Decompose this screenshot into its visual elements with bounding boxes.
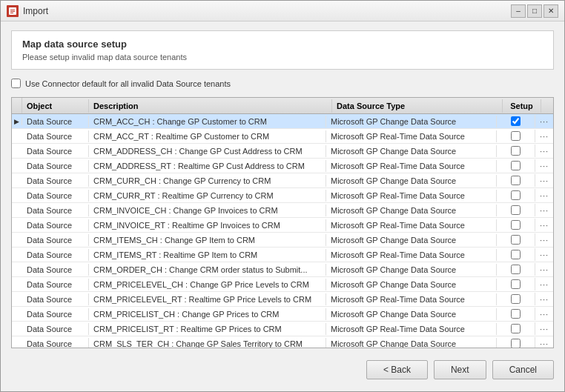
row-setup-checkbox-cell — [497, 248, 535, 261]
row-setup-checkbox[interactable] — [511, 161, 521, 170]
row-setup-checkbox[interactable] — [511, 235, 521, 245]
row-description: CRM_ADDRESS_RT : Realtime GP Cust Addres… — [89, 160, 326, 172]
table-row[interactable]: Data SourceCRM_ADDRESS_RT : Realtime GP … — [12, 159, 553, 173]
row-setup-checkbox[interactable] — [511, 294, 521, 304]
row-description: CRM_ACC_CH : Change GP Customer to CRM — [89, 116, 326, 127]
row-object: Data Source — [22, 205, 89, 216]
row-datasource-type: Microsoft GP Real-Time Data Source — [326, 323, 497, 335]
row-description: CRM_CURR_RT : Realtime GP Currency to CR… — [89, 190, 326, 202]
row-setup-checkbox[interactable] — [511, 176, 521, 185]
row-setup-checkbox[interactable] — [511, 250, 521, 259]
row-object: Data Source — [22, 338, 89, 348]
row-setup-checkbox[interactable] — [511, 339, 521, 348]
table-row[interactable]: Data SourceCRM_ITEMS_CH : Change GP Item… — [12, 233, 553, 248]
row-setup-checkbox[interactable] — [511, 324, 521, 333]
row-setup-checkbox[interactable] — [511, 279, 521, 289]
svg-rect-3 — [10, 13, 13, 13]
row-more-button[interactable]: ··· — [535, 249, 553, 261]
app-icon — [7, 5, 19, 17]
table-row[interactable]: Data SourceCRM_ITEMS_RT : Realtime GP It… — [12, 248, 553, 262]
row-setup-checkbox-cell — [497, 115, 535, 127]
row-more-button[interactable]: ··· — [535, 219, 553, 231]
row-setup-checkbox[interactable] — [511, 265, 521, 274]
row-setup-checkbox[interactable] — [511, 205, 521, 215]
row-object: Data Source — [22, 249, 89, 261]
row-more-button[interactable]: ··· — [535, 130, 553, 142]
import-window: Import – □ ✕ Map data source setup Pleas… — [0, 0, 565, 392]
row-description: CRM_PRICELEVEL_CH : Change GP Price Leve… — [89, 279, 326, 290]
row-more-button[interactable]: ··· — [535, 145, 553, 157]
row-setup-checkbox[interactable] — [511, 220, 521, 230]
row-datasource-type: Microsoft GP Change Data Source — [326, 264, 497, 276]
row-datasource-type: Microsoft GP Real-Time Data Source — [326, 160, 497, 172]
row-more-button[interactable]: ··· — [535, 190, 553, 202]
table-row[interactable]: Data SourceCRM_CURR_RT : Realtime GP Cur… — [12, 188, 553, 203]
table-row[interactable]: ▶Data SourceCRM_ACC_CH : Change GP Custo… — [12, 114, 553, 129]
row-more-button[interactable]: ··· — [535, 308, 553, 320]
row-description: CRM_PRICELIST_CH : Change GP Prices to C… — [89, 308, 326, 320]
row-datasource-type: Microsoft GP Real-Time Data Source — [326, 293, 497, 305]
title-bar: Import – □ ✕ — [1, 1, 564, 21]
col-setup-header: Setup — [503, 99, 541, 113]
row-object: Data Source — [22, 323, 89, 335]
table-row[interactable]: Data SourceCRM_PRICELIST_CH : Change GP … — [12, 307, 553, 322]
row-setup-checkbox-cell — [497, 278, 535, 290]
table-row[interactable]: Data SourceCRM_SLS_TER_CH : Change GP Sa… — [12, 336, 553, 348]
table-row[interactable]: Data SourceCRM_INVOICE_RT : Realtime GP … — [12, 218, 553, 233]
row-more-button[interactable]: ··· — [535, 175, 553, 187]
row-more-button[interactable]: ··· — [535, 116, 553, 127]
svg-rect-1 — [10, 10, 15, 10]
row-more-button[interactable]: ··· — [535, 323, 553, 335]
row-more-button[interactable]: ··· — [535, 234, 553, 246]
row-more-button[interactable]: ··· — [535, 264, 553, 276]
row-datasource-type: Microsoft GP Change Data Source — [326, 145, 497, 157]
maximize-button[interactable]: □ — [527, 4, 542, 18]
row-setup-checkbox[interactable] — [511, 116, 521, 126]
row-more-button[interactable]: ··· — [535, 160, 553, 172]
row-object: Data Source — [22, 130, 89, 142]
row-object: Data Source — [22, 145, 89, 157]
row-datasource-type: Microsoft GP Real-Time Data Source — [326, 219, 497, 231]
connector-default-checkbox[interactable] — [11, 79, 21, 88]
cancel-button[interactable]: Cancel — [492, 360, 554, 379]
row-more-button[interactable]: ··· — [535, 279, 553, 290]
row-more-button[interactable]: ··· — [535, 338, 553, 348]
table-row[interactable]: Data SourceCRM_PRICELIST_RT : Realtime G… — [12, 322, 553, 336]
row-description: CRM_PRICELIST_RT : Realtime GP Prices to… — [89, 323, 326, 335]
table-header: Object Description Data Source Type Setu… — [12, 98, 553, 114]
row-setup-checkbox-cell — [497, 322, 535, 335]
close-button[interactable]: ✕ — [543, 4, 558, 18]
connector-default-label[interactable]: Use Connector default for all invalid Da… — [25, 79, 231, 88]
row-setup-checkbox[interactable] — [511, 309, 521, 319]
row-setup-checkbox-cell — [497, 130, 535, 142]
row-more-button[interactable]: ··· — [535, 293, 553, 305]
row-setup-checkbox-cell — [497, 144, 535, 157]
row-description: CRM_ADDRESS_CH : Change GP Cust Address … — [89, 145, 326, 157]
table-row[interactable]: Data SourceCRM_PRICELEVEL_RT : Realtime … — [12, 292, 553, 307]
row-setup-checkbox[interactable] — [511, 146, 521, 156]
row-setup-checkbox[interactable] — [511, 131, 521, 141]
row-setup-checkbox-cell — [497, 219, 535, 231]
next-button[interactable]: Next — [434, 360, 486, 379]
table-row[interactable]: Data SourceCRM_INVOICE_CH : Change GP In… — [12, 203, 553, 218]
table-row[interactable]: Data SourceCRM_ADDRESS_CH : Change GP Cu… — [12, 144, 553, 159]
table-row[interactable]: Data SourceCRM_ORDER_CH : Change CRM ord… — [12, 262, 553, 277]
row-setup-checkbox-cell — [497, 263, 535, 276]
row-setup-checkbox[interactable] — [511, 190, 521, 200]
col-datasource-header: Data Source Type — [332, 99, 503, 113]
row-description: CRM_ITEMS_RT : Realtime GP Item to CRM — [89, 249, 326, 261]
minimize-button[interactable]: – — [511, 4, 526, 18]
row-setup-checkbox-cell — [497, 204, 535, 216]
row-setup-checkbox-cell — [497, 337, 535, 348]
row-more-button[interactable]: ··· — [535, 205, 553, 216]
row-description: CRM_INVOICE_RT : Realtime GP Invoices to… — [89, 219, 326, 231]
row-object: Data Source — [22, 219, 89, 231]
table-row[interactable]: Data SourceCRM_CURR_CH : Change GP Curre… — [12, 173, 553, 188]
row-object: Data Source — [22, 234, 89, 246]
table-row[interactable]: Data SourceCRM_PRICELEVEL_CH : Change GP… — [12, 277, 553, 292]
row-datasource-type: Microsoft GP Change Data Source — [326, 116, 497, 127]
window-title: Import — [23, 6, 48, 16]
row-object: Data Source — [22, 308, 89, 320]
back-button[interactable]: < Back — [366, 360, 428, 379]
table-row[interactable]: Data SourceCRM_ACC_RT : Realtime GP Cust… — [12, 129, 553, 144]
